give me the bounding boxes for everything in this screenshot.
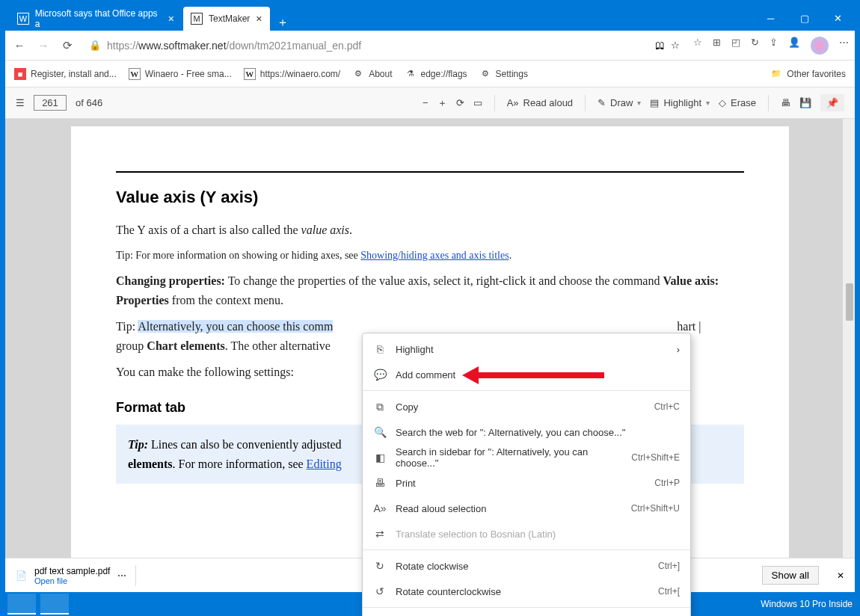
avatar[interactable] <box>811 37 829 55</box>
zoom-in-button[interactable]: ＋ <box>437 96 447 110</box>
tab-0[interactable]: W Microsoft says that Office apps a × <box>10 7 182 31</box>
bookmark-3[interactable]: ⚙About <box>352 68 392 80</box>
titlebar: W Microsoft says that Office apps a × M … <box>5 5 855 31</box>
person-icon[interactable]: 👤 <box>788 37 800 55</box>
bookmark-2[interactable]: Whttps://winaero.com/ <box>244 68 340 80</box>
context-menu-item[interactable]: ⎘Highlight› <box>363 336 690 362</box>
maximize-button[interactable]: ▢ <box>787 5 821 31</box>
highlight-button[interactable]: ▤Highlight▾ <box>650 97 710 108</box>
highlight-icon: ▤ <box>650 97 659 108</box>
bookmark-1[interactable]: WWinaero - Free sma... <box>129 68 232 80</box>
refresh-button[interactable]: ⟳ <box>59 39 76 52</box>
save-icon[interactable]: 💾 <box>799 97 811 108</box>
taskbar-text: Windows 10 Pro Inside <box>761 599 853 609</box>
scrollbar[interactable] <box>843 119 855 558</box>
tip-line: Tip: For more information on showing or … <box>116 247 744 264</box>
reader-icon[interactable]: 🕮 <box>655 40 665 51</box>
favicon-m: M <box>191 13 203 25</box>
other-favorites[interactable]: 📁Other favorites <box>770 68 846 80</box>
more-icon[interactable]: ⋯ <box>117 570 126 581</box>
link[interactable]: Showing/hiding axes and axis titles <box>360 250 509 261</box>
menu-icon: A» <box>373 502 387 514</box>
context-menu-item[interactable]: 🖶PrintCtrl+P <box>363 470 690 496</box>
context-menu-item[interactable]: ↻Rotate clockwiseCtrl+] <box>363 553 690 579</box>
menu-label: Print <box>396 478 645 489</box>
menu-icon: ◧ <box>373 452 387 463</box>
taskbar-item[interactable] <box>40 594 69 615</box>
annotation-arrow <box>462 366 604 384</box>
bookmark-5[interactable]: ⚙Settings <box>479 68 528 80</box>
tab-1[interactable]: M TextMaker × <box>183 7 270 31</box>
url-box[interactable]: 🔒 https://www.softmaker.net/down/tm2021m… <box>83 40 686 52</box>
shortcut: Ctrl+C <box>654 401 680 412</box>
chevron-down-icon[interactable]: ▾ <box>706 99 710 107</box>
page-input[interactable]: 261 <box>34 95 67 111</box>
pdf-toolbar: ☰ 261 of 646 − ＋ ⟳ ▭ A»Read aloud ✎Draw▾… <box>5 87 855 119</box>
print-icon[interactable]: 🖶 <box>781 97 790 108</box>
sync-icon[interactable]: ↻ <box>751 37 759 55</box>
collections-icon[interactable]: ⊞ <box>713 37 721 55</box>
flask-icon: ⚗ <box>405 68 417 80</box>
address-bar: ← → ⟳ 🔒 https://www.softmaker.net/down/t… <box>5 31 855 61</box>
download-item[interactable]: 📄 pdf text sample.pdf Open file ⋯ <box>16 566 126 585</box>
back-button[interactable]: ← <box>11 39 28 52</box>
window-controls: ─ ▢ ✕ <box>754 5 855 31</box>
shortcut: Ctrl+P <box>654 478 680 488</box>
open-file-link[interactable]: Open file <box>34 576 110 585</box>
context-menu-item[interactable]: ◧Search in sidebar for ": Alternatively,… <box>363 445 690 470</box>
pen-icon: ✎ <box>598 97 606 108</box>
draw-button[interactable]: ✎Draw▾ <box>598 97 641 108</box>
context-menu-item[interactable]: ◰InspectCtrl+Shift+I <box>363 611 690 616</box>
pin-icon[interactable]: 📌 <box>820 94 844 111</box>
speaker-icon: A» <box>507 97 519 108</box>
menu-icon: ↻ <box>373 560 387 572</box>
read-aloud-button[interactable]: A»Read aloud <box>507 97 573 108</box>
menu-icon: ⎘ <box>373 343 387 355</box>
bookmark-icon: ■ <box>14 68 26 80</box>
tab-label: TextMaker <box>209 13 250 24</box>
context-menu-item[interactable]: ↺Rotate counterclockwiseCtrl+[ <box>363 579 690 604</box>
fit-page-icon[interactable]: ▭ <box>473 97 482 108</box>
close-icon[interactable]: × <box>168 13 174 25</box>
extension-icon[interactable]: ◰ <box>731 37 740 55</box>
file-icon: 📄 <box>16 570 27 581</box>
gear-icon: ⚙ <box>352 68 364 80</box>
menu-label: Translate selection to Bosnian (Latin) <box>396 529 680 540</box>
chevron-down-icon[interactable]: ▾ <box>637 99 641 107</box>
menu-icon: ⧉ <box>373 401 387 413</box>
taskbar-item[interactable] <box>7 594 36 615</box>
zoom-out-button[interactable]: − <box>423 97 429 108</box>
close-icon[interactable]: ✕ <box>837 570 844 581</box>
gear-icon: ⚙ <box>479 68 491 80</box>
erase-icon: ◇ <box>719 97 726 108</box>
rotate-icon[interactable]: ⟳ <box>456 97 464 108</box>
context-menu-item[interactable]: 🔍Search the web for ": Alternatively, yo… <box>363 419 690 445</box>
menu-label: Read aloud selection <box>396 503 622 514</box>
bookmark-4[interactable]: ⚗edge://flags <box>405 68 467 80</box>
menu-label: Highlight <box>396 344 668 355</box>
menu-icon[interactable]: ⋯ <box>839 37 849 55</box>
close-icon[interactable]: × <box>256 13 262 25</box>
close-button[interactable]: ✕ <box>821 5 855 31</box>
shortcut: Ctrl+Shift+U <box>631 503 680 514</box>
new-tab-button[interactable]: ＋ <box>271 15 294 31</box>
favorites-icon[interactable]: ☆ <box>693 37 702 55</box>
context-menu-item[interactable]: ⧉CopyCtrl+C <box>363 394 690 419</box>
share-icon[interactable]: ⇪ <box>770 37 778 55</box>
menu-icon: 🔍 <box>373 426 387 438</box>
contents-icon[interactable]: ☰ <box>16 97 25 108</box>
menu-icon: ↺ <box>373 585 387 597</box>
lock-icon: 🔒 <box>89 40 101 51</box>
link[interactable]: Editing <box>307 458 342 470</box>
menu-label: Search in sidebar for ": Alternatively, … <box>396 446 622 469</box>
erase-button[interactable]: ◇Erase <box>719 97 756 108</box>
show-all-button[interactable]: Show all <box>762 566 819 585</box>
scrollbar-thumb[interactable] <box>846 283 853 321</box>
bookmark-0[interactable]: ■Register, install and... <box>14 68 117 80</box>
shortcut: Ctrl+[ <box>658 586 680 597</box>
minimize-button[interactable]: ─ <box>754 5 787 31</box>
context-menu-item[interactable]: A»Read aloud selectionCtrl+Shift+U <box>363 496 690 521</box>
tab-label: Microsoft says that Office apps a <box>35 8 162 29</box>
translate-icon[interactable]: ☆ <box>671 40 680 51</box>
page-total: of 646 <box>76 97 102 108</box>
